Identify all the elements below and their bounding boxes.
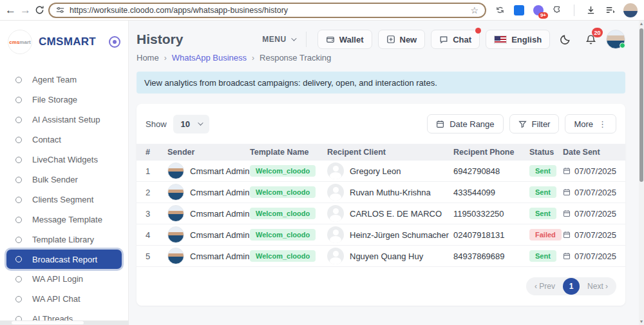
cmsmart-logo: cmsmart	[8, 30, 32, 54]
wallet-button[interactable]: Wallet	[317, 30, 372, 49]
sender-avatar	[167, 184, 184, 201]
sender-avatar	[167, 162, 184, 179]
sidebar-item-label: WA API Login	[32, 274, 83, 284]
table-row[interactable]: 2 Cmsmart Admin Welcom_cloodo Ruvan Muth…	[137, 182, 625, 203]
calendar-icon	[563, 252, 571, 260]
main-content: History MENU Wallet New Chat	[129, 21, 644, 325]
table-column-header[interactable]: Sender	[167, 148, 250, 157]
scrollbar-down-arrow[interactable]: ▼	[639, 319, 644, 324]
prev-page-button[interactable]: ‹ Prev	[529, 282, 560, 291]
table-header-row: #SenderTemplate NameRecipent ClientRecip…	[137, 144, 625, 161]
menu-label: MENU	[262, 35, 286, 44]
circle-icon	[15, 197, 22, 203]
horizontal-scrollbar[interactable]	[0, 320, 129, 325]
client-cell: Heinz-Jürgen Schumacher	[327, 226, 453, 243]
reload-icon[interactable]	[35, 3, 44, 18]
logo-text-cms: cms	[9, 39, 19, 45]
back-icon[interactable]: ←	[5, 3, 16, 18]
current-page-button[interactable]: 1	[563, 278, 580, 295]
browser-profile-avatar[interactable]	[623, 3, 638, 17]
date-sent: 07/07/2025	[574, 209, 616, 219]
user-avatar[interactable]	[606, 30, 625, 49]
table-column-header[interactable]: Recipent Phone	[453, 148, 529, 157]
new-label: New	[400, 35, 417, 44]
breadcrumb-home[interactable]: Home	[137, 53, 159, 63]
url-bar[interactable]: https://worksuite.cloodo.com/apps/whatsa…	[48, 3, 486, 18]
table-row[interactable]: 4 Cmsmart Admin Welcom_cloodo Heinz-Jürg…	[137, 224, 625, 246]
recipient-phone: 433544099	[453, 188, 529, 197]
sidebar-item[interactable]: Message Template	[0, 210, 128, 230]
brand-area: cmsmart CMSMART	[0, 21, 128, 61]
circle-icon	[15, 97, 22, 103]
client-cell: Nguyen Quang Huy	[327, 248, 453, 264]
table-column-header[interactable]: Recipent Client	[327, 148, 453, 157]
client-name: Ruvan Muthu-Krishna	[350, 188, 431, 197]
filter-button[interactable]: Filter	[509, 114, 560, 133]
sidebar-item[interactable]: Agent Team	[0, 70, 128, 90]
sidebar-item[interactable]: File Storage	[0, 90, 128, 110]
dark-mode-toggle[interactable]	[556, 30, 575, 49]
sidebar-item[interactable]: Template Library	[0, 230, 128, 250]
url-text[interactable]: https://worksuite.cloodo.com/apps/whatsa…	[70, 6, 465, 15]
date-range-button[interactable]: Date Range	[427, 114, 503, 133]
chevron-down-icon	[291, 35, 296, 41]
reading-list-icon[interactable]	[604, 5, 616, 16]
sidebar-item[interactable]: WA API Chat	[0, 289, 128, 309]
sidebar-item-label: Contact	[32, 135, 61, 144]
sidebar-item[interactable]: Broadcast Report	[6, 250, 122, 269]
date-sent: 07/07/2025	[574, 230, 616, 240]
forward-icon[interactable]: →	[20, 3, 31, 18]
chat-button[interactable]: Chat	[431, 30, 480, 49]
menu-dropdown[interactable]: MENU	[262, 35, 294, 44]
status-badge: Sent	[529, 186, 556, 198]
notifications-button[interactable]: 20	[581, 30, 600, 49]
more-button[interactable]: More ⋮	[565, 114, 616, 133]
sidebar-item[interactable]: LiveChat Widgets	[0, 150, 128, 170]
sender-name: Cmsmart Admin	[190, 230, 249, 240]
client-avatar	[327, 205, 344, 222]
sidebar-item[interactable]: AI Assistant Setup	[0, 110, 128, 130]
language-button[interactable]: English	[486, 30, 550, 49]
table-row[interactable]: 1 Cmsmart Admin Welcom_cloodo Gregory Le…	[137, 161, 625, 182]
breadcrumb-whatsapp-business[interactable]: WhatsApp Business	[172, 53, 247, 63]
vertical-scrollbar-thumb[interactable]	[639, 28, 643, 182]
template-cell: Welcom_cloodo	[250, 250, 327, 262]
table-column-header[interactable]: Template Name	[250, 148, 327, 157]
extensions-puzzle-icon[interactable]	[552, 5, 564, 16]
sidebar-item[interactable]: Contact	[0, 130, 128, 150]
new-button[interactable]: New	[378, 30, 426, 49]
extension-recycle-icon[interactable]	[494, 5, 506, 16]
table-column-header[interactable]: Date Sent	[563, 148, 616, 157]
filter-funnel-icon	[518, 120, 527, 128]
circle-icon	[15, 276, 22, 282]
sidebar-item[interactable]: Bulk Sender	[0, 170, 128, 190]
recipient-phone: 02407918131	[453, 230, 529, 240]
table-row[interactable]: 3 Cmsmart Admin Welcom_cloodo CARLOS E. …	[137, 203, 625, 224]
vertical-scrollbar[interactable]: ▲ ▼	[639, 21, 644, 325]
wallet-label: Wallet	[339, 35, 364, 44]
table-column-header[interactable]: #	[146, 148, 167, 157]
site-info-icon[interactable]	[56, 6, 64, 14]
horizontal-scrollbar-thumb[interactable]	[12, 321, 84, 324]
sidebar-item[interactable]: WA API Login	[0, 269, 128, 289]
downloads-icon[interactable]	[585, 5, 596, 16]
scrollbar-up-arrow[interactable]: ▲	[639, 21, 644, 26]
sidebar-toggle-icon[interactable]	[109, 36, 120, 48]
table-row[interactable]: 5 Cmsmart Admin Welcom_cloodo Nguyen Qua…	[137, 246, 625, 267]
extension-ai-icon[interactable]: 9+	[533, 5, 544, 16]
extension-blue-icon[interactable]	[513, 5, 525, 16]
date-cell: 07/07/2025	[563, 230, 616, 240]
bookmark-star-icon[interactable]: ☆	[470, 5, 478, 15]
circle-icon	[15, 177, 22, 183]
breadcrumb: Home › WhatsApp Business › Response Trac…	[137, 53, 625, 63]
sidebar-item[interactable]: Clients Segment	[0, 190, 128, 210]
calendar-icon	[563, 167, 571, 175]
client-avatar	[327, 248, 344, 264]
status-cell: Sent	[529, 250, 563, 262]
sidebar-nav: Agent Team File Storage AI Assistant Set…	[0, 70, 128, 325]
table-column-header[interactable]: Status	[529, 148, 563, 157]
pagination: ‹ Prev 1 Next ›	[526, 277, 616, 295]
next-page-button[interactable]: Next ›	[582, 282, 613, 291]
page-size-select[interactable]: 10	[173, 115, 209, 133]
table-body: 1 Cmsmart Admin Welcom_cloodo Gregory Le…	[137, 161, 625, 267]
